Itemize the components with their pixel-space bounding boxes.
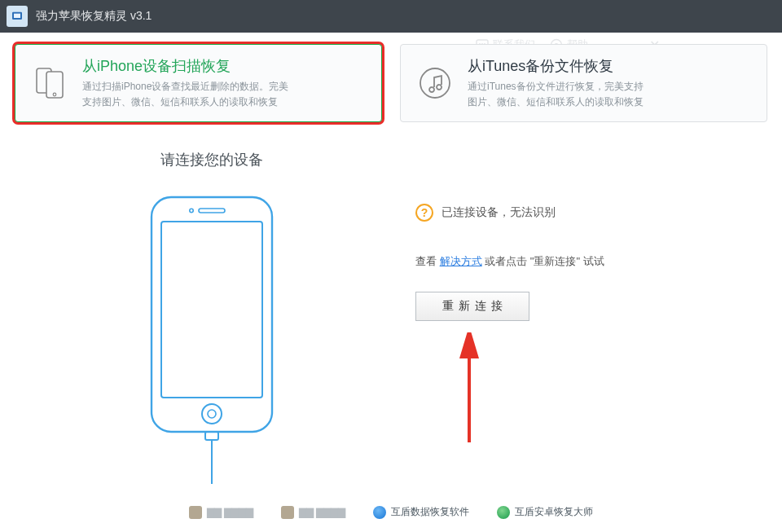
- footer-link2-label: 互盾安卓恢复大师: [515, 505, 593, 519]
- footer-link1-label: 互盾数据恢复软件: [391, 505, 469, 519]
- mode-iphone-desc2: 支持图片、微信、短信和联系人的读取和恢复: [82, 95, 288, 110]
- warning-icon: ?: [415, 204, 433, 222]
- mode-itunes-desc1: 通过iTunes备份文件进行恢复，完美支持: [468, 79, 644, 95]
- footer-link-data-recovery[interactable]: 互盾数据恢复软件: [373, 505, 469, 519]
- footer-links: ▇▇ ▇▇▇▇ ▇▇ ▇▇▇▇ 互盾数据恢复软件 互盾安卓恢复大师: [0, 505, 782, 519]
- footer-link-android-recovery[interactable]: 互盾安卓恢复大师: [497, 505, 593, 519]
- svg-rect-18: [205, 432, 218, 440]
- shield-green-icon: [497, 506, 510, 519]
- main-panel: 请连接您的设备 ? 已连接设备，无法识别: [0, 130, 782, 486]
- app-title: 强力苹果恢复精灵 v3.1: [36, 9, 152, 24]
- hint-text: 查看 解决方式 或者点击 "重新连接" 试试: [415, 254, 749, 269]
- connect-prompt: 请连接您的设备: [160, 150, 263, 169]
- svg-rect-1: [14, 14, 20, 18]
- mode-iphone-title: 从iPhone设备扫描恢复: [82, 56, 288, 76]
- status-panel: ? 已连接设备，无法识别 查看 解决方式 或者点击 "重新连接" 试试 重新连接: [391, 147, 749, 486]
- status-text: 已连接设备，无法识别: [442, 205, 556, 220]
- iphone-device-icon: [30, 64, 69, 103]
- device-panel: 请连接您的设备: [33, 147, 391, 486]
- svg-point-17: [208, 410, 216, 418]
- phone-illustration: [138, 192, 285, 486]
- reconnect-button[interactable]: 重新连接: [415, 292, 529, 321]
- svg-point-16: [202, 404, 222, 424]
- hint-after: 或者点击 "重新连接" 试试: [482, 255, 604, 267]
- svg-rect-14: [199, 209, 225, 213]
- hint-before: 查看: [415, 255, 440, 267]
- mode-itunes-desc2: 图片、微信、短信和联系人的读取和恢复: [468, 95, 644, 110]
- svg-rect-9: [46, 72, 63, 98]
- svg-point-11: [420, 68, 450, 98]
- svg-rect-12: [152, 197, 272, 432]
- svg-rect-13: [161, 222, 262, 398]
- solution-link[interactable]: 解决方式: [440, 255, 482, 267]
- footer-blur-1: ▇▇ ▇▇▇▇: [189, 506, 253, 519]
- mode-itunes-backup[interactable]: 从iTunes备份文件恢复 通过iTunes备份文件进行恢复，完美支持 图片、微…: [400, 44, 767, 122]
- titlebar: 强力苹果恢复精灵 v3.1 联系我们 ? 帮助 — ✕: [0, 0, 782, 33]
- mode-iphone-desc1: 通过扫描iPhone设备查找最近删除的数据。完美: [82, 79, 288, 95]
- footer-blur-2: ▇▇ ▇▇▇▇: [281, 506, 345, 519]
- shield-blue-icon: [373, 506, 386, 519]
- app-logo-icon: [7, 6, 28, 27]
- svg-point-15: [190, 209, 193, 213]
- status-row: ? 已连接设备，无法识别: [415, 204, 749, 222]
- mode-iphone-scan[interactable]: 从iPhone设备扫描恢复 通过扫描iPhone设备查找最近删除的数据。完美 支…: [15, 44, 382, 122]
- itunes-icon: [415, 64, 455, 103]
- mode-tabs: 从iPhone设备扫描恢复 通过扫描iPhone设备查找最近删除的数据。完美 支…: [0, 33, 782, 130]
- mode-itunes-title: 从iTunes备份文件恢复: [468, 56, 644, 76]
- annotation-arrow: [448, 332, 497, 446]
